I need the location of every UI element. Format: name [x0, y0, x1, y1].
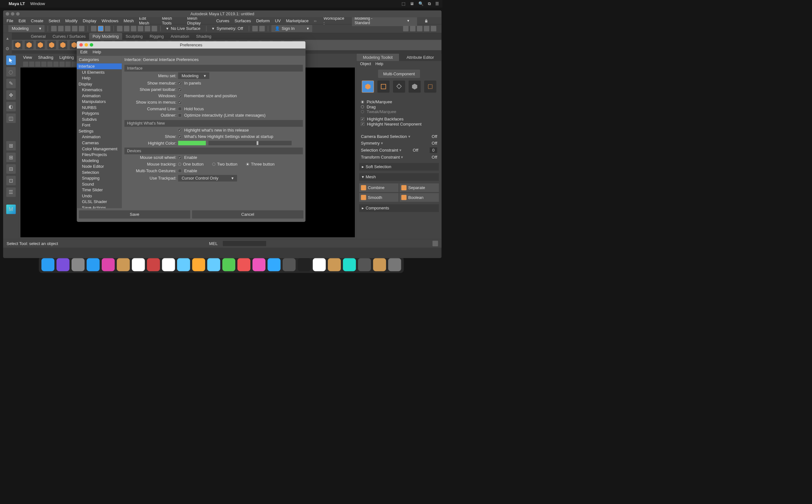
- dock-app-icon[interactable]: [177, 258, 190, 271]
- category-item[interactable]: Time Slider: [77, 187, 122, 193]
- menu-edit[interactable]: Edit: [18, 18, 26, 23]
- rotate-tool-icon[interactable]: ◐: [6, 102, 16, 111]
- highlight-color-slider[interactable]: [208, 141, 292, 145]
- menubar-icon[interactable]: ☰: [435, 1, 439, 6]
- layout-icon[interactable]: ⊡: [6, 176, 16, 185]
- dock-app-icon[interactable]: [283, 258, 296, 271]
- cancel-button[interactable]: Cancel: [192, 210, 303, 219]
- toolbar-icon[interactable]: [403, 26, 409, 31]
- menu-file[interactable]: File: [7, 18, 13, 23]
- shelf-item-icon[interactable]: [36, 41, 44, 49]
- panel-menu-shading[interactable]: Shading: [38, 55, 53, 60]
- menu-marketplace[interactable]: Marketplace: [286, 18, 308, 23]
- paint-select-icon[interactable]: ✎: [6, 78, 16, 88]
- category-item[interactable]: NURBS: [77, 105, 122, 111]
- prefs-radio-option[interactable]: One button: [178, 162, 203, 167]
- constraint-row[interactable]: Camera Based SelectionOff: [359, 133, 439, 140]
- select-component-icon[interactable]: [105, 26, 110, 31]
- object-mode-icon[interactable]: [362, 80, 374, 92]
- category-item[interactable]: Undo: [77, 193, 122, 199]
- category-item[interactable]: Save Actions: [77, 205, 122, 208]
- category-item[interactable]: Sound: [77, 181, 122, 187]
- dock-app-icon[interactable]: [192, 258, 205, 271]
- menubar-app-title[interactable]: Maya LT: [9, 1, 25, 6]
- menu-surfaces[interactable]: Surfaces: [235, 18, 251, 23]
- shelf-item-icon[interactable]: [47, 41, 56, 49]
- symmetry-dropdown[interactable]: ▾ Symmetry: Off: [209, 25, 245, 32]
- dock-app-icon[interactable]: [328, 258, 341, 271]
- uv-mode-icon[interactable]: [424, 80, 436, 92]
- layout-icon[interactable]: ⊟: [6, 164, 16, 174]
- menubar-icon[interactable]: ⧉: [428, 1, 431, 6]
- menu-set-dropdown[interactable]: Modeling▾: [8, 25, 44, 32]
- prefs-radio-option[interactable]: Three button: [246, 162, 274, 167]
- prefs-checkbox[interactable]: [178, 81, 181, 85]
- category-item[interactable]: Interface: [77, 63, 122, 69]
- menubar-icon[interactable]: 🖥: [410, 1, 414, 6]
- menu-uv[interactable]: UV: [275, 18, 281, 23]
- category-item[interactable]: GLSL Shader: [77, 199, 122, 205]
- redo-icon[interactable]: [79, 26, 84, 31]
- panel-menu-lighting[interactable]: Lighting: [59, 55, 74, 60]
- snap-point-icon[interactable]: [131, 26, 136, 31]
- dock-app-icon[interactable]: [343, 258, 356, 271]
- panel-menu-view[interactable]: View: [23, 55, 32, 60]
- prefs-checkbox[interactable]: [178, 88, 181, 91]
- menu-select[interactable]: Select: [49, 18, 60, 23]
- menubar-icon[interactable]: ⬚: [401, 1, 406, 6]
- category-item[interactable]: Subdivs: [77, 116, 122, 122]
- soft-selection-header[interactable]: ▸Soft Selection: [359, 163, 439, 171]
- constraint-row[interactable]: SymmetryOff: [359, 140, 439, 146]
- highlight-checkbox[interactable]: Highlight Backfaces: [359, 117, 439, 121]
- panel-toolbar-icon[interactable]: [47, 61, 52, 66]
- dock-app-icon[interactable]: [388, 258, 401, 271]
- panel-toolbar-icon[interactable]: [35, 61, 40, 66]
- menu-modify[interactable]: Modify: [65, 18, 78, 23]
- dock-app-icon[interactable]: [132, 258, 145, 271]
- lock-icon[interactable]: [424, 18, 429, 23]
- shelf-tab[interactable]: Animation: [167, 33, 193, 40]
- undo-icon[interactable]: [72, 26, 77, 31]
- mesh-op-button[interactable]: Smooth: [359, 193, 399, 202]
- snap-plane-icon[interactable]: [138, 26, 143, 31]
- live-surface-dropdown[interactable]: ▾ No Live Surface: [164, 25, 203, 32]
- dock-app-icon[interactable]: [207, 258, 220, 271]
- dock-app-icon[interactable]: [297, 258, 310, 271]
- shelf-item-icon[interactable]: [25, 41, 33, 49]
- prefs-radio-option[interactable]: Two button: [212, 162, 237, 167]
- panel-toolbar-icon[interactable]: [23, 61, 28, 66]
- category-item[interactable]: Polygons: [77, 111, 122, 117]
- dock-app-icon[interactable]: [72, 258, 85, 271]
- mesh-op-button[interactable]: Combine: [359, 183, 399, 192]
- category-item[interactable]: Selection: [77, 169, 122, 175]
- snap-toggle-icon[interactable]: [152, 26, 157, 31]
- mesh-op-button[interactable]: Boolean: [399, 193, 439, 202]
- move-tool-icon[interactable]: ✥: [6, 90, 16, 100]
- highlight-color-swatch[interactable]: [178, 141, 206, 145]
- selection-style-radio[interactable]: Pick/Marquee: [359, 99, 439, 104]
- dock-app-icon[interactable]: [57, 258, 70, 271]
- sign-in-button[interactable]: 👤 Sign In▾: [271, 25, 312, 32]
- toolbar-icon[interactable]: [424, 26, 429, 31]
- prefs-checkbox[interactable]: [178, 128, 181, 132]
- shelf-tab[interactable]: Curves / Surfaces: [49, 33, 89, 40]
- prefs-checkbox[interactable]: [178, 101, 181, 104]
- snap-curve-icon[interactable]: [124, 26, 129, 31]
- outliner-icon[interactable]: ☰: [6, 187, 16, 197]
- multi-component-button[interactable]: Multi-Component: [378, 70, 420, 78]
- toolbar-icon[interactable]: [410, 26, 415, 31]
- vertex-mode-icon[interactable]: [377, 80, 389, 92]
- lasso-tool-icon[interactable]: ◌: [6, 67, 16, 77]
- shelf-tabs-toggle[interactable]: ▴⚙: [3, 33, 12, 54]
- prefs-checkbox[interactable]: [178, 135, 181, 139]
- layout-icon[interactable]: ⊞: [6, 153, 16, 162]
- toolbar-icon[interactable]: [431, 26, 436, 31]
- rp-object-menu[interactable]: Object: [360, 62, 371, 66]
- new-scene-icon[interactable]: [51, 26, 57, 31]
- shelf-tab[interactable]: General: [27, 33, 49, 40]
- save-scene-icon[interactable]: [65, 26, 71, 31]
- category-item[interactable]: Node Editor: [77, 163, 122, 169]
- category-item[interactable]: Animation: [77, 93, 122, 99]
- rp-help-menu[interactable]: Help: [375, 62, 383, 66]
- category-item[interactable]: Animation: [77, 134, 122, 140]
